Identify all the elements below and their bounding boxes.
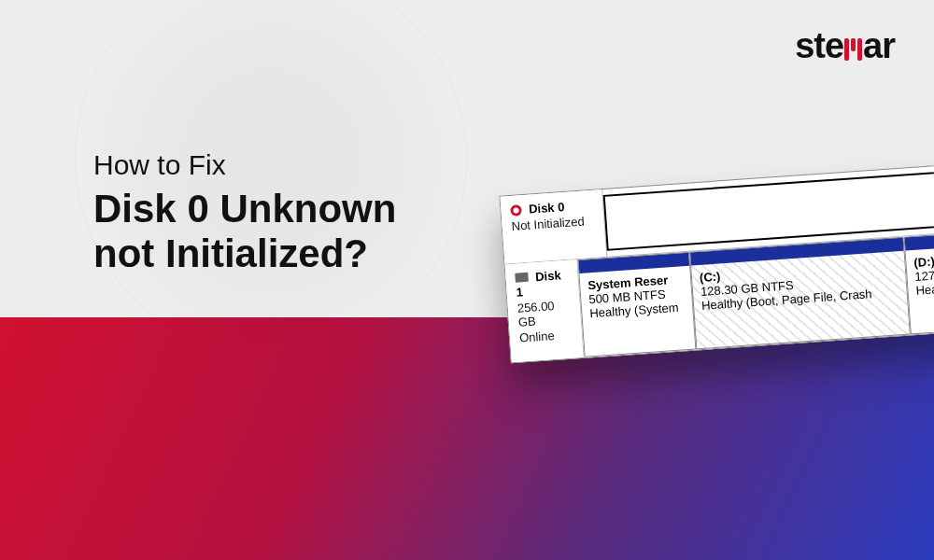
brand-bars-icon — [843, 29, 863, 69]
volume-c[interactable]: (C:) 128.30 GB NTFS Healthy (Boot, Page … — [689, 237, 911, 350]
brand-text-right: ar — [863, 26, 895, 65]
disk1-size: 256.00 GB — [517, 298, 572, 329]
volume-name: (D:) — [913, 248, 934, 270]
brand-logo: stear — [795, 26, 895, 69]
error-status-icon — [510, 204, 522, 217]
headline-line1: How to Fix — [93, 149, 396, 181]
brand-text-left: ste — [795, 26, 843, 65]
hdd-icon — [515, 273, 529, 283]
volume-system-reserved[interactable]: System Reser 500 MB NTFS Healthy (System — [577, 252, 696, 357]
headline-line2: Disk 0 Unknown — [93, 187, 396, 231]
headline-line3: not Initialized? — [93, 231, 396, 276]
disk1-status: Online — [519, 328, 573, 345]
disk1-sidecell[interactable]: Disk 1 256.00 GB Online — [505, 259, 585, 362]
headline-block: How to Fix Disk 0 Unknown not Initialize… — [93, 149, 396, 277]
gradient-band — [0, 317, 934, 560]
disk0-sidecell[interactable]: Disk 0 Not Initialized — [500, 189, 607, 263]
disk0-label: Disk 0 — [529, 200, 565, 217]
